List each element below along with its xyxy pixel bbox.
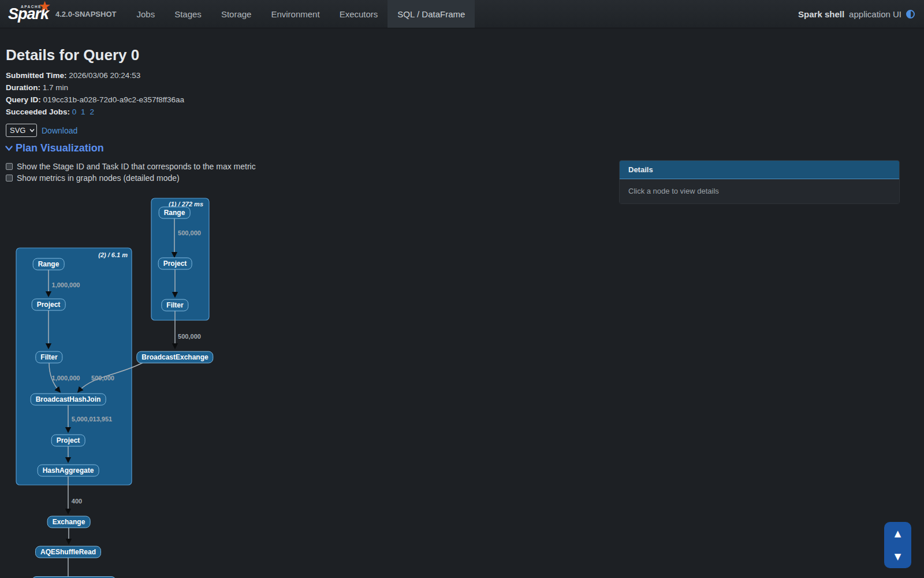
nav-tab-stages[interactable]: Stages bbox=[165, 0, 211, 28]
meta-value: 1.7 min bbox=[43, 83, 68, 92]
nav-tab-executors[interactable]: Executors bbox=[330, 0, 388, 28]
plan-visualization-toggle[interactable]: Plan Visualization bbox=[5, 142, 104, 154]
meta-label: Duration: bbox=[6, 83, 40, 92]
dag-node-hash-aggregate[interactable]: HashAggregate bbox=[38, 465, 99, 477]
dag-node-project-3[interactable]: Project bbox=[51, 435, 85, 447]
meta-value: 2026/03/06 20:24:53 bbox=[69, 71, 140, 80]
detailed-mode-checkbox-label: Show metrics in graph nodes (detailed mo… bbox=[17, 173, 180, 183]
edge-label: 5,000,013,951 bbox=[72, 416, 112, 423]
meta-query-id: Query ID: 019cc31b-a028-72d0-a9c2-e357f8… bbox=[6, 94, 184, 106]
top-navbar: APACHE Spark ★ 4.2.0-SNAPSHOT Jobs Stage… bbox=[0, 0, 924, 28]
scroll-down-button[interactable]: ▼ bbox=[895, 553, 901, 561]
meta-label: Query ID: bbox=[6, 95, 41, 104]
query-metadata: Submitted Time: 2026/03/06 20:24:53 Dura… bbox=[6, 69, 184, 118]
scroll-control: ▲ ▼ bbox=[884, 522, 911, 568]
spark-star-icon: ★ bbox=[38, 0, 51, 14]
spark-version-label: 4.2.0-SNAPSHOT bbox=[55, 10, 116, 18]
theme-toggle-icon[interactable] bbox=[906, 10, 915, 18]
page-title: Details for Query 0 bbox=[6, 46, 139, 64]
app-name: Spark shell bbox=[798, 9, 844, 19]
details-panel: Details Click a node to view details bbox=[619, 160, 900, 204]
dag-node-aqe-shuffle-read[interactable]: AQEShuffleRead bbox=[35, 546, 101, 558]
dag-node-project-1[interactable]: Project bbox=[158, 258, 192, 270]
detailed-mode-checkbox[interactable] bbox=[6, 175, 13, 181]
nav-tab-environment[interactable]: Environment bbox=[261, 0, 329, 28]
job-link-1[interactable]: 1 bbox=[81, 108, 85, 116]
scroll-up-button[interactable]: ▲ bbox=[895, 529, 901, 538]
nav-tab-jobs[interactable]: Jobs bbox=[126, 0, 165, 28]
meta-submitted-time: Submitted Time: 2026/03/06 20:24:53 bbox=[6, 69, 184, 81]
details-panel-placeholder: Click a node to view details bbox=[620, 179, 899, 203]
app-title: Spark shell application UI bbox=[798, 0, 924, 28]
meta-succeeded-jobs: Succeeded Jobs: 0 1 2 bbox=[6, 106, 184, 118]
dag-node-broadcast-exchange[interactable]: BroadcastExchange bbox=[136, 351, 213, 364]
nav-tabs: Jobs Stages Storage Environment Executor… bbox=[126, 0, 475, 28]
meta-label: Submitted Time: bbox=[6, 71, 67, 80]
edge-label: 500,000 bbox=[178, 229, 201, 236]
download-link[interactable]: Download bbox=[42, 126, 77, 135]
meta-value: 019cc31b-a028-72d0-a9c2-e357f8ff36aa bbox=[43, 95, 184, 104]
edge-label: 1,000,000 bbox=[52, 375, 80, 381]
chevron-down-icon bbox=[5, 145, 13, 151]
app-title-suffix: application UI bbox=[849, 9, 901, 19]
meta-label: Succeeded Jobs: bbox=[6, 108, 70, 116]
nav-tab-sql-dataframe[interactable]: SQL / DataFrame bbox=[388, 0, 475, 28]
nav-tab-storage[interactable]: Storage bbox=[211, 0, 262, 28]
edge-label: 1,000,000 bbox=[52, 281, 80, 288]
job-link-2[interactable]: 2 bbox=[90, 108, 94, 116]
stage-task-id-checkbox-label: Show the Stage ID and Task ID that corre… bbox=[17, 162, 256, 171]
edge-label: 500,000 bbox=[178, 333, 201, 340]
dag-node-filter-1[interactable]: Filter bbox=[161, 299, 188, 312]
export-format-select-wrap: SVG bbox=[6, 124, 37, 137]
stage-task-id-checkbox[interactable] bbox=[6, 163, 13, 170]
dag-node-project-2[interactable]: Project bbox=[32, 299, 66, 311]
edge-label: 500,000 bbox=[91, 375, 114, 381]
detailed-mode-checkbox-row: Show metrics in graph nodes (detailed mo… bbox=[6, 173, 180, 183]
dag-node-range-2[interactable]: Range bbox=[33, 258, 65, 271]
cluster-2-label: (2) / 6.1 m bbox=[22, 251, 128, 258]
job-link-0[interactable]: 0 bbox=[72, 108, 77, 116]
spark-logo[interactable]: APACHE Spark ★ bbox=[7, 2, 52, 26]
plan-visualization-title: Plan Visualization bbox=[16, 142, 104, 154]
stage-task-id-checkbox-row: Show the Stage ID and Task ID that corre… bbox=[6, 162, 256, 171]
dag-node-range-1[interactable]: Range bbox=[159, 207, 191, 219]
details-panel-header: Details bbox=[620, 161, 899, 179]
dag-node-filter-2[interactable]: Filter bbox=[35, 351, 62, 364]
dag-node-broadcast-hash-join[interactable]: BroadcastHashJoin bbox=[31, 394, 106, 406]
dag-node-exchange[interactable]: Exchange bbox=[47, 516, 91, 528]
export-row: SVG Download bbox=[6, 124, 77, 137]
meta-duration: Duration: 1.7 min bbox=[6, 81, 184, 94]
export-format-select[interactable]: SVG bbox=[6, 124, 37, 137]
edge-label: 400 bbox=[72, 498, 82, 505]
